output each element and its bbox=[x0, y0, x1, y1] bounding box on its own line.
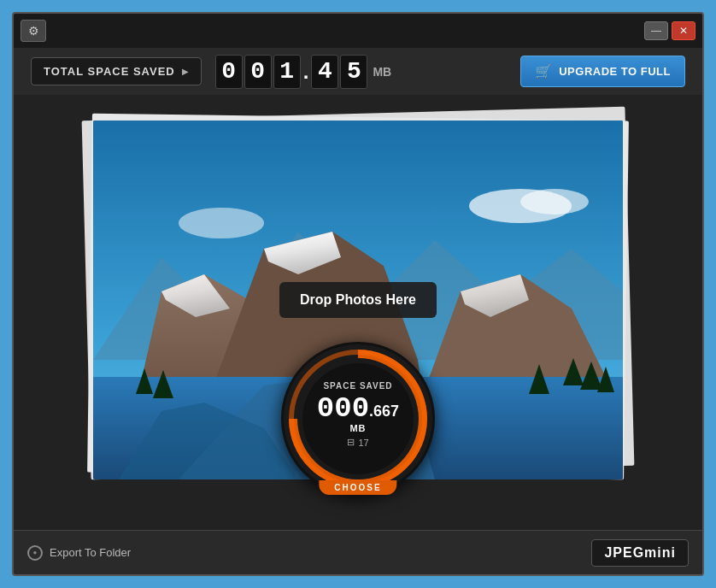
brand-badge: JPEGmini bbox=[591, 539, 689, 567]
footer-bar: ● Export To Folder JPEGmini bbox=[14, 530, 702, 574]
main-content[interactable]: Drop Photos Here SPACE SAVED 000.667 MB … bbox=[14, 95, 702, 530]
svg-point-10 bbox=[179, 208, 264, 238]
counter-digit-1: 0 bbox=[215, 55, 243, 89]
counter-digit-5: 5 bbox=[340, 55, 367, 89]
title-bar: ⚙ — ✕ bbox=[14, 14, 702, 48]
export-icon: ● bbox=[27, 545, 43, 561]
export-label: Export To Folder bbox=[50, 546, 131, 559]
gauge-icon-row: ⊟ 17 bbox=[347, 437, 368, 448]
close-button[interactable]: ✕ bbox=[672, 21, 695, 40]
gauge-decimal: .667 bbox=[369, 403, 399, 419]
total-space-text: TOTAL SPACE SAVED bbox=[44, 65, 175, 78]
counter-display: 0 0 1 . 4 5 MB bbox=[215, 55, 391, 89]
counter-digit-2: 0 bbox=[244, 55, 272, 89]
counter-digit-3: 1 bbox=[273, 55, 301, 89]
upgrade-label: UPGRADE TO FULL bbox=[559, 65, 671, 78]
upgrade-button[interactable]: 🛒 UPGRADE TO FULL bbox=[520, 56, 685, 87]
minimize-icon: — bbox=[651, 25, 661, 37]
app-window: ⚙ — ✕ TOTAL SPACE SAVED ▶ 0 0 1 . 4 5 MB bbox=[12, 12, 704, 576]
image-count: 17 bbox=[358, 438, 368, 448]
drop-tooltip: Drop Photos Here bbox=[279, 282, 437, 318]
total-space-label: TOTAL SPACE SAVED ▶ bbox=[31, 57, 202, 85]
settings-button[interactable]: ⚙ bbox=[21, 20, 46, 42]
choose-button[interactable]: CHOOSE bbox=[319, 480, 396, 495]
title-bar-left: ⚙ bbox=[21, 20, 46, 42]
close-icon: ✕ bbox=[679, 25, 688, 37]
gauge-label: SPACE SAVED bbox=[323, 381, 392, 391]
play-icon: ▶ bbox=[182, 67, 189, 76]
export-button[interactable]: ● Export To Folder bbox=[27, 545, 131, 561]
header-bar: TOTAL SPACE SAVED ▶ 0 0 1 . 4 5 MB 🛒 UPG… bbox=[14, 48, 702, 95]
minimize-button[interactable]: — bbox=[644, 21, 668, 40]
gauge-number: 000 bbox=[317, 394, 369, 423]
settings-icon: ⚙ bbox=[28, 24, 39, 38]
gauge-unit: MB bbox=[349, 423, 366, 433]
image-icon: ⊟ bbox=[347, 437, 355, 448]
brand-name: JPEGmini bbox=[604, 545, 676, 560]
gauge-dial: SPACE SAVED 000.667 MB ⊟ 17 CHOOSE bbox=[281, 342, 435, 496]
title-bar-right: — ✕ bbox=[644, 21, 695, 40]
counter-dot: . bbox=[302, 60, 310, 84]
cart-icon: 🛒 bbox=[535, 63, 553, 79]
counter-unit: MB bbox=[373, 65, 391, 79]
svg-point-9 bbox=[520, 189, 589, 215]
gauge-container[interactable]: SPACE SAVED 000.667 MB ⊟ 17 CHOOSE bbox=[281, 342, 435, 504]
counter-digit-4: 4 bbox=[311, 55, 338, 89]
